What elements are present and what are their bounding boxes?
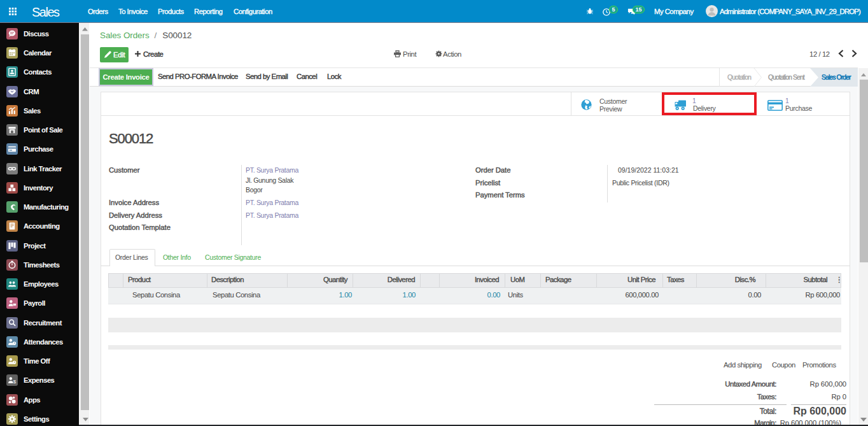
svg-text:$: $ (13, 379, 17, 385)
